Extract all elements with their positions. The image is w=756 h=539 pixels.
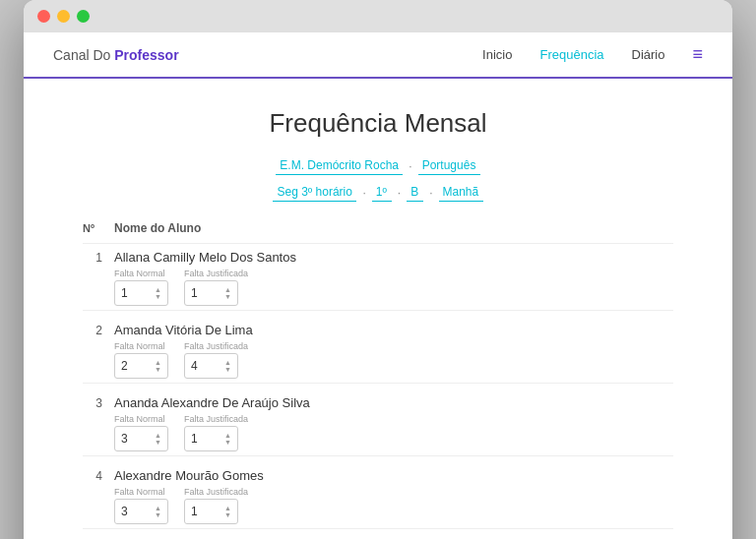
falta-normal-input[interactable]: 2 ▲▼ — [114, 353, 168, 379]
falta-normal-label: Falta Normal — [114, 269, 168, 278]
row-divider — [83, 455, 673, 456]
brand-canal: Canal Do — [53, 47, 114, 63]
falta-normal-group: Falta Normal 1 ▲▼ — [114, 269, 168, 306]
spin-arrows-normal[interactable]: ▲▼ — [155, 286, 161, 300]
student-name: Alexandre Mourão Gomes — [114, 468, 264, 483]
falta-justificada-input[interactable]: 1 ▲▼ — [184, 280, 238, 306]
student-row: 2 Amanda Vitória De Lima Falta Normal 2 … — [83, 323, 673, 384]
students-container: 1 Allana Camilly Melo Dos Santos Falta N… — [83, 250, 673, 539]
student-inputs: Falta Normal 3 ▲▼ Falta Justificada 1 ▲▼ — [114, 487, 673, 524]
falta-justificada-input[interactable]: 1 ▲▼ — [184, 426, 238, 451]
student-inputs: Falta Normal 2 ▲▼ Falta Justificada 4 ▲▼ — [114, 341, 673, 379]
falta-justificada-group: Falta Justificada 1 ▲▼ — [184, 269, 248, 306]
student-table: Nº Nome do Aluno 1 Allana Camilly Melo D… — [83, 221, 673, 539]
spin-arrows-justificada[interactable]: ▲▼ — [224, 359, 231, 373]
spin-arrows-justificada[interactable]: ▲▼ — [224, 505, 231, 518]
browser-window: Canal Do Professor Inicio Frequência Diá… — [24, 0, 732, 539]
falta-normal-label: Falta Normal — [114, 487, 168, 497]
student-row: 4 Alexandre Mourão Gomes Falta Normal 3 … — [83, 468, 673, 529]
student-inputs: Falta Normal 3 ▲▼ Falta Justificada 1 ▲▼ — [114, 414, 673, 451]
student-name-row: 4 Alexandre Mourão Gomes — [83, 468, 673, 483]
falta-normal-value: 1 — [121, 286, 128, 300]
nav-links: Inicio Frequência Diário ≡ — [482, 44, 703, 65]
row-divider — [83, 528, 673, 529]
table-header: Nº Nome do Aluno — [83, 221, 673, 244]
falta-normal-input[interactable]: 1 ▲▼ — [114, 280, 168, 306]
separator-2: · — [362, 186, 365, 200]
student-name: Amanda Vitória De Lima — [114, 323, 253, 337]
brand-logo: Canal Do Professor — [53, 47, 179, 63]
filter-row-1: E.M. Demócrito Rocha · Português — [83, 156, 673, 175]
navbar: Canal Do Professor Inicio Frequência Diá… — [24, 32, 732, 79]
page-title: Frequência Mensal — [83, 108, 673, 139]
spin-arrows-justificada[interactable]: ▲▼ — [224, 286, 231, 300]
falta-justificada-label: Falta Justificada — [184, 414, 248, 424]
filter-row-2: Seg 3º horário · 1º · B · Manhã — [83, 183, 673, 202]
traffic-light-yellow[interactable] — [57, 10, 70, 23]
traffic-light-red[interactable] — [37, 10, 50, 23]
falta-normal-value: 3 — [121, 505, 128, 518]
spin-arrows-normal[interactable]: ▲▼ — [155, 505, 161, 518]
filter-period[interactable]: Manhã — [439, 183, 483, 202]
student-num: 4 — [83, 469, 102, 483]
falta-normal-label: Falta Normal — [114, 414, 168, 424]
student-row: 3 Ananda Alexandre De Araújo Silva Falta… — [83, 395, 673, 456]
filter-class[interactable]: B — [407, 183, 423, 202]
filter-school[interactable]: E.M. Demócrito Rocha — [276, 156, 403, 175]
student-num: 1 — [83, 251, 102, 265]
separator-3: · — [398, 186, 401, 200]
hamburger-icon[interactable]: ≡ — [692, 44, 703, 65]
falta-justificada-label: Falta Justificada — [184, 341, 248, 351]
student-inputs: Falta Normal 1 ▲▼ Falta Justificada 1 ▲▼ — [114, 269, 673, 306]
nav-diario[interactable]: Diário — [632, 47, 665, 62]
student-name: Ananda Alexandre De Araújo Silva — [114, 395, 310, 410]
brand-professor: Professor — [114, 47, 178, 63]
traffic-light-green[interactable] — [77, 10, 90, 23]
separator-4: · — [429, 186, 432, 200]
falta-normal-group: Falta Normal 3 ▲▼ — [114, 487, 168, 524]
main-content: Frequência Mensal E.M. Demócrito Rocha ·… — [24, 79, 732, 539]
nav-frequencia[interactable]: Frequência — [539, 47, 603, 62]
student-num: 2 — [83, 324, 102, 337]
row-divider — [83, 310, 673, 311]
row-divider — [83, 383, 673, 384]
student-num: 3 — [83, 396, 102, 410]
student-row: 1 Allana Camilly Melo Dos Santos Falta N… — [83, 250, 673, 311]
browser-content: Canal Do Professor Inicio Frequência Diá… — [24, 32, 732, 539]
falta-justificada-value: 1 — [191, 505, 198, 518]
falta-normal-input[interactable]: 3 ▲▼ — [114, 426, 168, 451]
falta-normal-input[interactable]: 3 ▲▼ — [114, 499, 168, 524]
falta-normal-value: 3 — [121, 432, 128, 446]
falta-justificada-value: 4 — [191, 359, 198, 373]
title-bar — [24, 0, 732, 32]
falta-justificada-input[interactable]: 1 ▲▼ — [184, 499, 238, 524]
falta-normal-value: 2 — [121, 359, 128, 373]
spin-arrows-normal[interactable]: ▲▼ — [155, 432, 161, 446]
spin-arrows-normal[interactable]: ▲▼ — [155, 359, 161, 373]
falta-justificada-group: Falta Justificada 1 ▲▼ — [184, 487, 248, 524]
student-name-row: 2 Amanda Vitória De Lima — [83, 323, 673, 337]
falta-justificada-label: Falta Justificada — [184, 269, 248, 278]
filter-schedule[interactable]: Seg 3º horário — [273, 183, 356, 202]
col-name-header: Nome do Aluno — [114, 221, 201, 235]
falta-justificada-group: Falta Justificada 1 ▲▼ — [184, 414, 248, 451]
falta-justificada-input[interactable]: 4 ▲▼ — [184, 353, 238, 379]
filter-grade[interactable]: 1º — [372, 183, 392, 202]
falta-normal-group: Falta Normal 2 ▲▼ — [114, 341, 168, 379]
falta-justificada-label: Falta Justificada — [184, 487, 248, 497]
falta-justificada-value: 1 — [191, 432, 198, 446]
col-num-header: Nº — [83, 222, 102, 234]
nav-inicio[interactable]: Inicio — [482, 47, 512, 62]
filter-subject[interactable]: Português — [418, 156, 480, 175]
falta-justificada-value: 1 — [191, 286, 198, 300]
student-name-row: 1 Allana Camilly Melo Dos Santos — [83, 250, 673, 265]
student-name-row: 3 Ananda Alexandre De Araújo Silva — [83, 395, 673, 410]
separator-1: · — [409, 159, 411, 173]
falta-normal-group: Falta Normal 3 ▲▼ — [114, 414, 168, 451]
spin-arrows-justificada[interactable]: ▲▼ — [224, 432, 231, 446]
student-name: Allana Camilly Melo Dos Santos — [114, 250, 296, 265]
falta-justificada-group: Falta Justificada 4 ▲▼ — [184, 341, 248, 379]
falta-normal-label: Falta Normal — [114, 341, 168, 351]
